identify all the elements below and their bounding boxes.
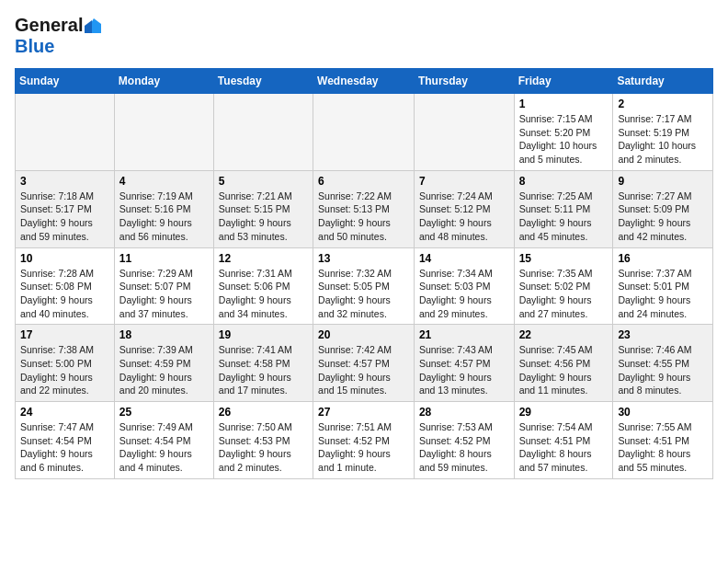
calendar-week-3: 10Sunrise: 7:28 AM Sunset: 5:08 PM Dayli… <box>16 247 713 325</box>
calendar-week-5: 24Sunrise: 7:47 AM Sunset: 4:54 PM Dayli… <box>16 402 713 479</box>
calendar-cell: 28Sunrise: 7:53 AM Sunset: 4:52 PM Dayli… <box>414 402 514 479</box>
day-number: 7 <box>419 175 509 188</box>
day-number: 13 <box>318 252 409 265</box>
day-info: Sunrise: 7:53 AM Sunset: 4:52 PM Dayligh… <box>419 420 509 475</box>
calendar-table: SundayMondayTuesdayWednesdayThursdayFrid… <box>15 68 713 479</box>
day-info: Sunrise: 7:25 AM Sunset: 5:11 PM Dayligh… <box>519 190 609 244</box>
calendar-cell: 26Sunrise: 7:50 AM Sunset: 4:53 PM Dayli… <box>213 402 313 479</box>
day-info: Sunrise: 7:17 AM Sunset: 5:19 PM Dayligh… <box>618 112 708 167</box>
calendar-cell: 12Sunrise: 7:31 AM Sunset: 5:06 PM Dayli… <box>213 247 313 325</box>
calendar-cell: 6Sunrise: 7:22 AM Sunset: 5:13 PM Daylig… <box>313 170 415 247</box>
calendar-cell: 7Sunrise: 7:24 AM Sunset: 5:12 PM Daylig… <box>414 170 514 247</box>
day-number: 3 <box>20 175 109 188</box>
day-info: Sunrise: 7:35 AM Sunset: 5:02 PM Dayligh… <box>519 267 609 321</box>
logo-line2: Blue <box>15 36 54 57</box>
day-number: 17 <box>20 328 109 341</box>
calendar-cell <box>114 94 213 171</box>
calendar-week-4: 17Sunrise: 7:38 AM Sunset: 5:00 PM Dayli… <box>16 325 713 402</box>
day-number: 15 <box>519 252 609 265</box>
calendar-cell: 27Sunrise: 7:51 AM Sunset: 4:52 PM Dayli… <box>313 402 415 479</box>
weekday-header-wednesday: Wednesday <box>313 69 415 94</box>
calendar-cell: 13Sunrise: 7:32 AM Sunset: 5:05 PM Dayli… <box>313 247 415 325</box>
calendar-cell: 24Sunrise: 7:47 AM Sunset: 4:54 PM Dayli… <box>16 402 115 479</box>
day-number: 22 <box>519 328 609 341</box>
day-info: Sunrise: 7:50 AM Sunset: 4:53 PM Dayligh… <box>219 420 308 475</box>
calendar-cell <box>313 94 415 171</box>
weekday-header-monday: Monday <box>114 69 213 94</box>
day-number: 20 <box>318 328 409 341</box>
calendar-week-2: 3Sunrise: 7:18 AM Sunset: 5:17 PM Daylig… <box>16 170 713 247</box>
day-info: Sunrise: 7:34 AM Sunset: 5:03 PM Dayligh… <box>419 267 509 321</box>
day-number: 25 <box>119 406 209 419</box>
calendar-cell: 10Sunrise: 7:28 AM Sunset: 5:08 PM Dayli… <box>16 247 115 325</box>
calendar-cell: 30Sunrise: 7:55 AM Sunset: 4:51 PM Dayli… <box>613 402 713 479</box>
day-number: 30 <box>618 406 708 419</box>
day-info: Sunrise: 7:42 AM Sunset: 4:57 PM Dayligh… <box>318 343 409 397</box>
day-number: 27 <box>318 406 409 419</box>
calendar-cell: 16Sunrise: 7:37 AM Sunset: 5:01 PM Dayli… <box>613 247 713 325</box>
day-info: Sunrise: 7:51 AM Sunset: 4:52 PM Dayligh… <box>318 420 409 475</box>
calendar-cell: 1Sunrise: 7:15 AM Sunset: 5:20 PM Daylig… <box>514 94 613 171</box>
day-info: Sunrise: 7:49 AM Sunset: 4:54 PM Dayligh… <box>119 420 209 475</box>
calendar-cell: 2Sunrise: 7:17 AM Sunset: 5:19 PM Daylig… <box>613 94 713 171</box>
weekday-header-saturday: Saturday <box>613 69 713 94</box>
calendar-cell: 8Sunrise: 7:25 AM Sunset: 5:11 PM Daylig… <box>514 170 613 247</box>
day-info: Sunrise: 7:54 AM Sunset: 4:51 PM Dayligh… <box>519 420 609 475</box>
day-info: Sunrise: 7:27 AM Sunset: 5:09 PM Dayligh… <box>618 190 708 244</box>
svg-marker-1 <box>85 20 92 33</box>
day-info: Sunrise: 7:37 AM Sunset: 5:01 PM Dayligh… <box>618 267 708 321</box>
calendar-header: SundayMondayTuesdayWednesdayThursdayFrid… <box>16 69 713 94</box>
calendar-cell: 21Sunrise: 7:43 AM Sunset: 4:57 PM Dayli… <box>414 325 514 402</box>
weekday-header-tuesday: Tuesday <box>213 69 313 94</box>
day-info: Sunrise: 7:41 AM Sunset: 4:58 PM Dayligh… <box>219 343 308 397</box>
day-number: 14 <box>419 252 509 265</box>
calendar-body: 1Sunrise: 7:15 AM Sunset: 5:20 PM Daylig… <box>16 94 713 479</box>
day-info: Sunrise: 7:55 AM Sunset: 4:51 PM Dayligh… <box>618 420 708 475</box>
day-info: Sunrise: 7:18 AM Sunset: 5:17 PM Dayligh… <box>20 190 109 244</box>
calendar-cell: 23Sunrise: 7:46 AM Sunset: 4:55 PM Dayli… <box>613 325 713 402</box>
day-number: 9 <box>618 175 708 188</box>
calendar-cell: 15Sunrise: 7:35 AM Sunset: 5:02 PM Dayli… <box>514 247 613 325</box>
calendar-cell: 29Sunrise: 7:54 AM Sunset: 4:51 PM Dayli… <box>514 402 613 479</box>
logo-line1: General <box>15 15 101 36</box>
logo-bird-icon <box>85 17 101 33</box>
calendar-cell: 25Sunrise: 7:49 AM Sunset: 4:54 PM Dayli… <box>114 402 213 479</box>
calendar-cell: 11Sunrise: 7:29 AM Sunset: 5:07 PM Dayli… <box>114 247 213 325</box>
day-number: 23 <box>618 328 708 341</box>
day-info: Sunrise: 7:32 AM Sunset: 5:05 PM Dayligh… <box>318 267 409 321</box>
day-info: Sunrise: 7:15 AM Sunset: 5:20 PM Dayligh… <box>519 112 609 167</box>
day-number: 2 <box>618 98 708 110</box>
calendar-cell <box>213 94 313 171</box>
calendar-cell: 22Sunrise: 7:45 AM Sunset: 4:56 PM Dayli… <box>514 325 613 402</box>
day-info: Sunrise: 7:24 AM Sunset: 5:12 PM Dayligh… <box>419 190 509 244</box>
weekday-header-friday: Friday <box>514 69 613 94</box>
day-number: 11 <box>119 252 209 265</box>
day-number: 4 <box>119 175 209 188</box>
calendar-cell: 3Sunrise: 7:18 AM Sunset: 5:17 PM Daylig… <box>16 170 115 247</box>
page-header: General Blue <box>15 15 713 57</box>
calendar-cell: 19Sunrise: 7:41 AM Sunset: 4:58 PM Dayli… <box>213 325 313 402</box>
calendar-cell <box>414 94 514 171</box>
day-info: Sunrise: 7:29 AM Sunset: 5:07 PM Dayligh… <box>119 267 209 321</box>
calendar-cell: 5Sunrise: 7:21 AM Sunset: 5:15 PM Daylig… <box>213 170 313 247</box>
calendar-cell: 4Sunrise: 7:19 AM Sunset: 5:16 PM Daylig… <box>114 170 213 247</box>
logo-blue-text: Blue <box>15 36 54 56</box>
day-number: 19 <box>219 328 308 341</box>
day-number: 24 <box>20 406 109 419</box>
calendar-cell: 18Sunrise: 7:39 AM Sunset: 4:59 PM Dayli… <box>114 325 213 402</box>
day-number: 6 <box>318 175 409 188</box>
calendar-week-1: 1Sunrise: 7:15 AM Sunset: 5:20 PM Daylig… <box>16 94 713 171</box>
day-info: Sunrise: 7:45 AM Sunset: 4:56 PM Dayligh… <box>519 343 609 397</box>
day-info: Sunrise: 7:38 AM Sunset: 5:00 PM Dayligh… <box>20 343 109 397</box>
day-number: 5 <box>219 175 308 188</box>
day-info: Sunrise: 7:47 AM Sunset: 4:54 PM Dayligh… <box>20 420 109 475</box>
day-number: 8 <box>519 175 609 188</box>
calendar-cell: 20Sunrise: 7:42 AM Sunset: 4:57 PM Dayli… <box>313 325 415 402</box>
day-number: 1 <box>519 98 609 110</box>
calendar-cell <box>16 94 115 171</box>
logo: General Blue <box>15 15 101 57</box>
day-info: Sunrise: 7:21 AM Sunset: 5:15 PM Dayligh… <box>219 190 308 244</box>
calendar-cell: 14Sunrise: 7:34 AM Sunset: 5:03 PM Dayli… <box>414 247 514 325</box>
calendar-cell: 9Sunrise: 7:27 AM Sunset: 5:09 PM Daylig… <box>613 170 713 247</box>
day-info: Sunrise: 7:31 AM Sunset: 5:06 PM Dayligh… <box>219 267 308 321</box>
